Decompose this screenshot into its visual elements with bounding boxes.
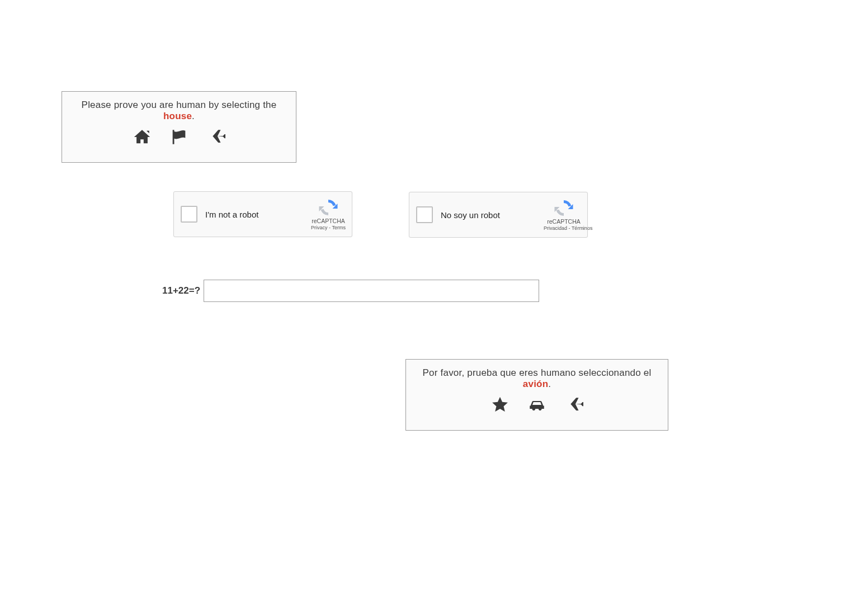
car-icon[interactable] xyxy=(527,395,546,417)
recaptcha-legal: Privacy - Terms xyxy=(308,225,348,230)
recaptcha-badge: reCAPTCHA Privacy - Terms xyxy=(308,198,352,230)
captcha-icon-row xyxy=(72,128,286,149)
recaptcha-widget-es: No soy un robot reCAPTCHA Privacidad - T… xyxy=(409,192,588,238)
plane-icon[interactable] xyxy=(206,128,225,149)
captcha-icon-row xyxy=(416,395,658,417)
prompt-target-word: avión xyxy=(523,379,548,389)
recaptcha-brand-name: reCAPTCHA xyxy=(544,218,584,225)
recaptcha-brand-name: reCAPTCHA xyxy=(308,218,348,224)
icon-captcha-en: Please prove you are human by selecting … xyxy=(62,91,296,163)
star-icon[interactable] xyxy=(490,395,510,417)
house-icon[interactable] xyxy=(133,128,152,149)
plane-icon[interactable] xyxy=(564,395,583,417)
recaptcha-logo-icon xyxy=(319,198,338,217)
math-captcha: 11+22=? xyxy=(162,280,539,302)
recaptcha-legal: Privacidad - Términos xyxy=(544,225,584,231)
recaptcha-checkbox[interactable] xyxy=(416,206,433,223)
prompt-prefix: Por favor, prueba que eres humano selecc… xyxy=(423,367,652,378)
recaptcha-privacy-link[interactable]: Privacy xyxy=(311,225,328,230)
recaptcha-label: I'm not a robot xyxy=(205,210,308,219)
prompt-target-word: house xyxy=(163,111,192,121)
recaptcha-terms-link[interactable]: Terms xyxy=(332,225,346,230)
icon-captcha-es: Por favor, prueba que eres humano selecc… xyxy=(405,359,668,431)
captcha-prompt: Please prove you are human by selecting … xyxy=(72,100,286,122)
captcha-prompt: Por favor, prueba que eres humano selecc… xyxy=(416,367,658,390)
recaptcha-widget-en: I'm not a robot reCAPTCHA Privacy - Term… xyxy=(173,191,352,237)
prompt-suffix: . xyxy=(548,379,551,389)
math-question: 11+22=? xyxy=(162,285,200,296)
recaptcha-terms-link[interactable]: Términos xyxy=(572,225,593,231)
recaptcha-privacy-link[interactable]: Privacidad xyxy=(544,225,567,231)
math-answer-input[interactable] xyxy=(204,280,539,302)
prompt-prefix: Please prove you are human by selecting … xyxy=(82,100,277,110)
recaptcha-logo-icon xyxy=(554,199,573,218)
recaptcha-checkbox[interactable] xyxy=(181,206,197,223)
prompt-suffix: . xyxy=(192,111,195,121)
recaptcha-badge: reCAPTCHA Privacidad - Términos xyxy=(544,199,587,231)
recaptcha-legal-sep: - xyxy=(567,225,572,231)
recaptcha-label: No soy un robot xyxy=(441,210,544,220)
flag-icon[interactable] xyxy=(169,128,188,149)
